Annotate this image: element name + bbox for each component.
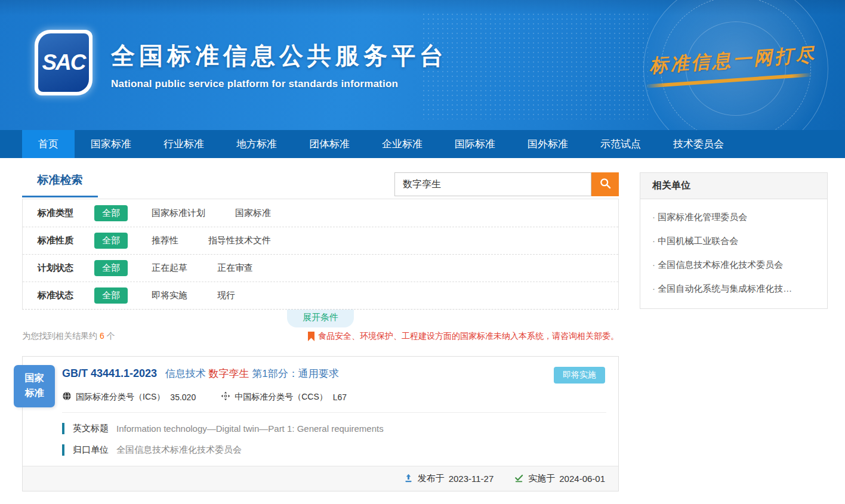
filter-option[interactable]: 现行 <box>217 290 235 301</box>
site-subtitle: National public service platform for sta… <box>111 78 448 90</box>
nav-item-home[interactable]: 首页 <box>22 130 75 158</box>
world-map-pattern <box>421 12 648 119</box>
right-column: 相关单位 国家标准化管理委员会 中国机械工业联合会 全国信息技术标准化技术委员会… <box>640 172 828 491</box>
nav-item-pilot[interactable]: 示范试点 <box>584 130 657 158</box>
nav-item-international-standards[interactable]: 国际标准 <box>439 130 511 158</box>
expand-conditions-button[interactable]: 展开条件 <box>287 310 354 327</box>
card-meta-row: 国际标准分类号（ICS） 35.020 中国标准分类号（CCS） L67 <box>62 391 606 413</box>
results-info-row: 为您找到相关结果约6个 食品安全、环境保护、工程建设方面的国家标准未纳入本系统，… <box>22 331 619 342</box>
implement-date-item: 实施于 2024-06-01 <box>514 473 605 485</box>
filter-option[interactable]: 即将实施 <box>152 290 187 301</box>
standard-title-suffix: 第1部分：通用要求 <box>252 368 338 379</box>
site-header: SAC 全国标准信息公共服务平台 National public service… <box>0 0 845 130</box>
results-count: 为您找到相关结果约6个 <box>22 331 115 342</box>
filter-option[interactable]: 指导性技术文件 <box>208 235 271 246</box>
nav-item-foreign-standards[interactable]: 国外标准 <box>511 130 584 158</box>
nav-item-local-standards[interactable]: 地方标准 <box>220 130 293 158</box>
publish-label: 发布于 <box>418 473 445 484</box>
left-column: 标准检索 标准类型 全部 国家标准计划 国家标准 <box>22 172 619 491</box>
filter-option[interactable]: 国家标准计划 <box>152 208 205 219</box>
nav-item-enterprise-standards[interactable]: 企业标准 <box>366 130 439 158</box>
filter-box: 标准类型 全部 国家标准计划 国家标准 标准性质 全部 推荐性 指导性技术文件 … <box>22 199 619 310</box>
standard-title-link[interactable]: GB/T 43441.1-2023 信息技术 数字孪生 第1部分：通用要求 <box>62 367 339 381</box>
standard-code: GB/T 43441.1-2023 <box>62 367 157 379</box>
publish-icon <box>403 473 414 485</box>
filter-option[interactable]: 正在审查 <box>217 262 253 274</box>
compass-icon <box>221 391 235 403</box>
english-title-label: 英文标题 <box>73 423 109 434</box>
ics-label: 国际标准分类号（ICS） <box>76 392 165 403</box>
standard-type-badge: 国家 标准 <box>14 365 55 407</box>
site-title: 全国标准信息公共服务平台 <box>111 39 448 72</box>
sac-logo-inner: SAC <box>38 33 89 92</box>
related-units-panel: 相关单位 国家标准化管理委员会 中国机械工业联合会 全国信息技术标准化技术委员会… <box>640 172 828 309</box>
filter-row-standard-type: 标准类型 全部 国家标准计划 国家标准 <box>23 199 618 227</box>
filter-all-badge[interactable]: 全部 <box>94 205 128 221</box>
expand-wrap: 展开条件 <box>22 310 619 327</box>
sidebar-item-sac[interactable]: 国家标准化管理委员会 <box>640 199 827 223</box>
card-title-row: GB/T 43441.1-2023 信息技术 数字孪生 第1部分：通用要求 即将… <box>62 367 606 384</box>
results-count-suffix: 个 <box>107 331 115 341</box>
section-title-standard-search: 标准检索 <box>22 172 98 197</box>
filter-option[interactable]: 推荐性 <box>152 235 178 246</box>
status-badge: 即将实施 <box>554 367 605 384</box>
sac-logo[interactable]: SAC <box>35 30 92 95</box>
implement-label: 实施于 <box>528 473 555 484</box>
dept-label: 归口单位 <box>73 444 109 456</box>
dept-value: 全国信息技术标准化技术委员会 <box>116 444 242 456</box>
nav-item-industry-standards[interactable]: 行业标准 <box>147 130 220 158</box>
filter-row-standard-nature: 标准性质 全部 推荐性 指导性技术文件 <box>23 227 618 254</box>
ccs-label: 中国标准分类号（CCS） <box>235 392 328 403</box>
ccs-meta: 中国标准分类号（CCS） L67 <box>221 391 347 403</box>
main-content: 标准检索 标准类型 全部 国家标准计划 国家标准 <box>0 158 845 491</box>
globe-icon <box>62 391 76 403</box>
filter-all-badge[interactable]: 全部 <box>94 260 128 276</box>
sac-logo-text: SAC <box>42 50 85 75</box>
standard-title-highlight: 数字孪生 <box>209 368 249 379</box>
related-units-title: 相关单位 <box>640 173 827 199</box>
nav-item-national-standards[interactable]: 国家标准 <box>75 130 147 158</box>
filter-option[interactable]: 国家标准 <box>235 208 271 219</box>
search-icon <box>599 177 612 191</box>
ccs-value: L67 <box>333 392 347 402</box>
publish-date-item: 发布于 2023-11-27 <box>403 473 494 485</box>
filter-row-plan-status: 计划状态 全部 正在起草 正在审查 <box>23 254 618 282</box>
bookmark-icon <box>308 332 314 341</box>
filter-label: 标准状态 <box>38 290 94 301</box>
english-title-value: Information technology—Digital twin—Part… <box>116 423 384 434</box>
filter-all-badge[interactable]: 全部 <box>94 287 128 304</box>
sidebar-item-machinery-federation[interactable]: 中国机械工业联合会 <box>640 223 827 247</box>
implement-check-icon <box>514 473 524 485</box>
publish-date: 2023-11-27 <box>449 474 494 484</box>
standard-title-prefix: 信息技术 <box>165 368 206 379</box>
type-badge-line1: 国家 <box>14 371 55 386</box>
filter-option[interactable]: 正在起草 <box>152 262 187 274</box>
filter-label: 计划状态 <box>38 262 94 274</box>
card-footer: 发布于 2023-11-27 实施于 2024-06-01 <box>23 466 618 491</box>
search-input[interactable] <box>394 172 591 196</box>
type-badge-line2: 标准 <box>14 386 55 401</box>
sidebar-item-automation-systems-committee[interactable]: 全国自动化系统与集成标准化技… <box>640 271 827 308</box>
teal-bar <box>62 444 64 456</box>
results-count-prefix: 为您找到相关结果约 <box>22 331 97 341</box>
notice-text: 食品安全、环境保护、工程建设方面的国家标准未纳入本系统，请咨询相关部委。 <box>318 331 619 342</box>
ics-value: 35.020 <box>170 392 196 402</box>
teal-bar <box>62 423 64 434</box>
filter-row-standard-status: 标准状态 全部 即将实施 现行 <box>23 282 618 309</box>
english-title-row: 英文标题 Information technology—Digital twin… <box>62 423 606 434</box>
card-body: GB/T 43441.1-2023 信息技术 数字孪生 第1部分：通用要求 即将… <box>23 357 618 456</box>
ics-meta: 国际标准分类号（ICS） 35.020 <box>62 391 196 403</box>
filter-all-badge[interactable]: 全部 <box>94 233 128 249</box>
nav-item-group-standards[interactable]: 团体标准 <box>293 130 366 158</box>
site-title-block: 全国标准信息公共服务平台 National public service pla… <box>111 39 448 90</box>
sidebar-item-it-standardization-committee[interactable]: 全国信息技术标准化技术委员会 <box>640 247 827 271</box>
search-group <box>394 172 619 196</box>
search-button[interactable] <box>591 172 619 196</box>
dept-row: 归口单位 全国信息技术标准化技术委员会 <box>62 444 606 456</box>
filter-label: 标准性质 <box>38 235 94 246</box>
main-nav: 首页 国家标准 行业标准 地方标准 团体标准 企业标准 国际标准 国外标准 示范… <box>0 130 845 158</box>
search-section-row: 标准检索 <box>22 172 619 197</box>
implement-date: 2024-06-01 <box>559 474 605 484</box>
system-notice: 食品安全、环境保护、工程建设方面的国家标准未纳入本系统，请咨询相关部委。 <box>308 331 619 342</box>
nav-item-technical-committee[interactable]: 技术委员会 <box>657 130 740 158</box>
